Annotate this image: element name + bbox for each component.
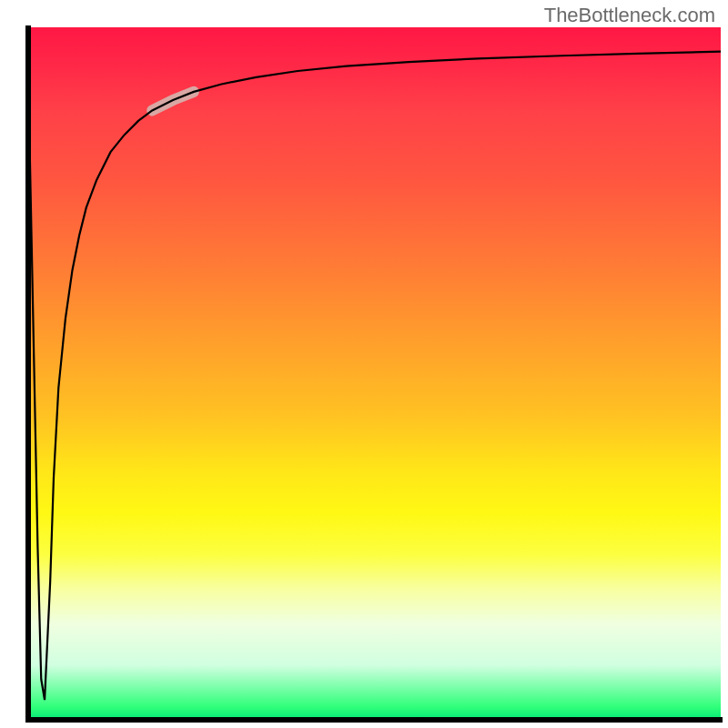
- plot-area: [27, 27, 721, 721]
- y-axis: [25, 25, 31, 723]
- x-axis: [25, 717, 723, 723]
- chart-container: TheBottleneck.com: [0, 0, 728, 728]
- curve-svg: [27, 27, 721, 721]
- watermark-text: TheBottleneck.com: [544, 4, 715, 27]
- bottleneck-curve-path: [27, 27, 721, 700]
